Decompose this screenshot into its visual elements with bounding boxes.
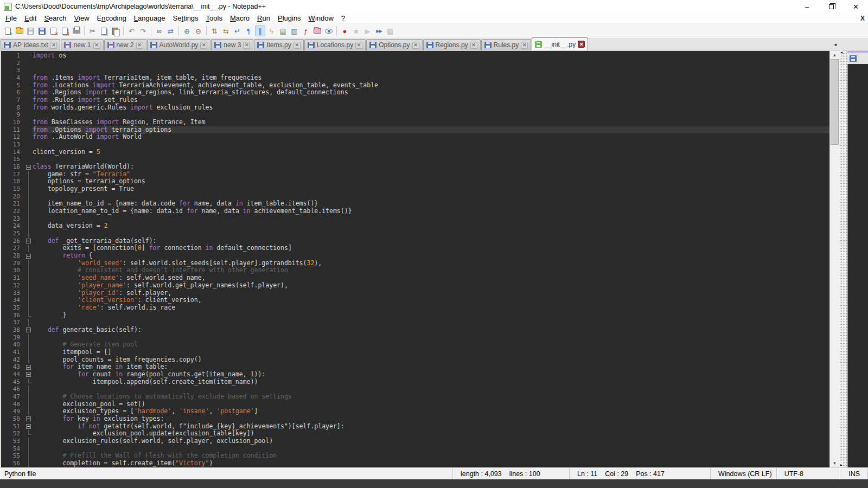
paste-button[interactable] [110, 25, 120, 36]
code-line[interactable]: 25 [1, 230, 829, 237]
code-line[interactable]: 16class TerrariaWorld(World): [1, 163, 829, 171]
menubar-close-document-button[interactable]: X [860, 15, 865, 22]
tab-ap-ideas-txt[interactable]: AP Ideas.txt✕ [1, 39, 60, 50]
code-line[interactable]: 41 itempool = [] [1, 349, 829, 356]
fold-collapse-icon[interactable] [25, 415, 33, 423]
code-line[interactable]: 55 # Prefill the Wall of Flesh with the … [1, 452, 829, 460]
word-wrap-button[interactable]: ↵ [232, 25, 242, 36]
code-line[interactable]: 27 exits = [connection[0] for connection… [1, 245, 829, 252]
code-line[interactable]: 7from .Rules import set_rules [1, 97, 829, 104]
fold-collapse-icon[interactable] [25, 163, 33, 171]
code-line[interactable]: 34 'client_version': client_version, [1, 297, 829, 304]
tab-close-icon[interactable]: ✕ [521, 42, 528, 49]
zoom-in-button[interactable]: ⊕ [182, 25, 192, 36]
code-line[interactable]: 52 exclusion_pool.update(exclusion_table… [1, 430, 829, 438]
close-button[interactable] [48, 25, 59, 36]
code-line[interactable]: 28 return { [1, 252, 829, 260]
splitter-collapse-right-icon[interactable]: ▸ [840, 463, 843, 467]
maximize-button[interactable] [819, 0, 844, 13]
save-all-button[interactable] [37, 25, 47, 36]
code-line[interactable]: 5from .Locations import TerrariaAchievem… [1, 82, 829, 89]
code-line[interactable]: 13 [1, 141, 829, 149]
code-line[interactable]: 35 'race': self.world.is_race [1, 304, 829, 312]
code-line[interactable]: 2 [1, 60, 829, 67]
fold-collapse-icon[interactable] [25, 237, 33, 245]
copy-button[interactable] [99, 25, 109, 36]
minimize-button[interactable]: – [795, 0, 819, 13]
menu-item-file[interactable]: File [2, 13, 21, 23]
close-button[interactable]: ✕ [844, 0, 868, 13]
code-line[interactable]: 36 } [1, 312, 829, 319]
tab-close-icon[interactable]: ✕ [293, 42, 301, 49]
code-line[interactable]: 29 'world_seed': self.world.slot_seeds[s… [1, 260, 829, 267]
code-line[interactable]: 4from .Items import TerrariaItem, item_t… [1, 74, 829, 82]
menu-item-settings[interactable]: Settings [169, 13, 202, 23]
redo-button[interactable]: ↷ [138, 25, 148, 36]
scrollbar-down-icon[interactable]: ▼ [830, 459, 839, 467]
document-list-button[interactable]: ▥ [289, 25, 299, 36]
macro-record-button[interactable]: ● [340, 25, 350, 36]
code-line[interactable]: 8from worlds.generic.Rules import exclus… [1, 104, 829, 112]
menu-item-view[interactable]: View [71, 13, 93, 23]
tab-regions-py[interactable]: Regions.py✕ [423, 39, 481, 50]
code-line[interactable]: 32 'player_name': self.world.get_player_… [1, 282, 829, 290]
code-line[interactable]: 40 # Generate item pool [1, 341, 829, 349]
code-line[interactable]: 30 # consistent and doesn't interfere wi… [1, 267, 829, 274]
scrollbar-up-icon[interactable]: ▲ [830, 51, 839, 59]
code-line[interactable]: 53 exclusion_rules(self.world, self.play… [1, 438, 829, 445]
fold-collapse-icon[interactable] [25, 252, 33, 260]
code-line[interactable]: 23 [1, 215, 829, 223]
new-file-button[interactable] [3, 25, 13, 36]
tab-items-py[interactable]: Items.py✕ [254, 39, 303, 50]
menu-item-encoding[interactable]: Encoding [93, 13, 130, 23]
code-line[interactable]: 12from ..AutoWorld import World [1, 133, 829, 141]
menu-item-search[interactable]: Search [40, 13, 70, 23]
code-line[interactable]: 46 [1, 386, 829, 393]
print-button[interactable] [71, 25, 81, 36]
code-line[interactable]: 42 pool_counts = item_frequencies.copy() [1, 356, 829, 364]
code-line[interactable]: 45 itempool.append(self.create_item(item… [1, 378, 829, 386]
monitoring-eye-button[interactable] [323, 25, 334, 36]
indent-guide-button[interactable]: ∥ [255, 25, 265, 36]
tab--init-py[interactable]: __init__.py✕ [532, 37, 588, 50]
menu-item-language[interactable]: Language [130, 13, 169, 23]
tab-new-2[interactable]: new 2✕ [104, 39, 146, 50]
tab-close-icon[interactable]: ✕ [470, 42, 477, 49]
menu-item-window[interactable]: Window [305, 13, 337, 23]
function-completion-button[interactable]: ϟ [266, 25, 277, 36]
code-line[interactable]: 10from BaseClasses import Region, Entran… [1, 119, 829, 126]
zoom-out-button[interactable]: ⊖ [193, 25, 203, 36]
code-line[interactable]: 18 options = terraria_options [1, 178, 829, 185]
code-line[interactable]: 9 [1, 111, 829, 119]
tab-autoworld-py[interactable]: AutoWorld.py✕ [147, 39, 211, 50]
splitter-collapse-left-icon[interactable]: ◂ [840, 50, 843, 55]
sync-horizontal-scroll-button[interactable]: ⇆ [221, 25, 231, 36]
fold-collapse-icon[interactable] [25, 371, 33, 378]
tab-close-icon[interactable]: ✕ [200, 42, 207, 49]
code-line[interactable]: 6from .Regions import terraria_regions, … [1, 89, 829, 97]
code-line[interactable]: 56 completion = self.create_item("Victor… [1, 460, 829, 467]
document-map-button[interactable]: ▤ [278, 25, 288, 36]
tab-close-icon[interactable]: ✕ [243, 42, 250, 49]
tab-options-py[interactable]: Options.py✕ [366, 39, 422, 50]
menu-item-[interactable]: ? [337, 13, 349, 23]
close-all-button[interactable] [60, 25, 70, 36]
vertical-scrollbar[interactable]: ▲ ▼ [829, 51, 839, 467]
menu-item-tools[interactable]: Tools [202, 13, 226, 23]
tab-scroll-left-icon[interactable]: ◂ [834, 42, 837, 47]
code-line[interactable]: 31 'seed_name': self.world.seed_name, [1, 274, 829, 282]
code-line[interactable]: 37 [1, 319, 829, 326]
tab-close-icon[interactable]: ✕ [93, 42, 100, 49]
tab-new-1[interactable]: new 1✕ [61, 39, 103, 50]
code-line[interactable]: 49 exclusion_types = ['hardmode', 'insan… [1, 408, 829, 415]
code-line[interactable]: 33 'player_id': self.player, [1, 290, 829, 297]
code-line[interactable]: 15 [1, 156, 829, 163]
code-line[interactable]: 48 exclusion_pool = set() [1, 401, 829, 408]
scrollbar-thumb[interactable] [831, 59, 839, 145]
menu-item-run[interactable]: Run [253, 13, 274, 23]
secondary-view-tab[interactable] [847, 51, 868, 64]
code-line[interactable]: 39 [1, 334, 829, 342]
code-line[interactable]: 50 for key in exclusion_types: [1, 415, 829, 423]
function-list-button[interactable]: ƒ [301, 25, 311, 36]
tab-close-icon[interactable]: ✕ [355, 42, 362, 49]
